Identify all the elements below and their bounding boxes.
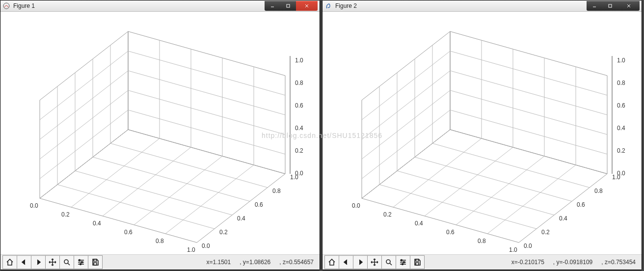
z-tick: 0.4 bbox=[617, 125, 625, 132]
x-tick: 0.0 bbox=[352, 202, 360, 209]
configure-button[interactable] bbox=[74, 255, 88, 269]
status-x: x=1.1501 bbox=[206, 259, 231, 266]
z-tick: 0.0 bbox=[617, 170, 625, 177]
svg-point-39 bbox=[81, 262, 83, 263]
svg-line-18 bbox=[40, 90, 128, 159]
z-tick: 0.2 bbox=[295, 147, 303, 154]
z-tick: 0.8 bbox=[617, 80, 625, 86]
configure-button[interactable] bbox=[396, 255, 410, 269]
svg-line-34 bbox=[68, 263, 70, 265]
forward-button[interactable] bbox=[31, 255, 46, 269]
svg-marker-49 bbox=[450, 31, 607, 174]
x-tick: 0.4 bbox=[415, 220, 423, 227]
zoom-button[interactable] bbox=[59, 255, 74, 269]
toolbar-2: x=-0.210175 , y=-0.0918109 , z=0.753454 bbox=[322, 254, 642, 270]
z-tick: 1.0 bbox=[617, 57, 625, 64]
svg-line-15 bbox=[93, 157, 250, 201]
y-tick: 0.8 bbox=[594, 188, 603, 194]
app-icon bbox=[2, 2, 10, 10]
plot-canvas-1[interactable]: 0.0 0.2 0.4 0.6 0.8 1.0 0.0 0.2 0.4 0.6 … bbox=[0, 12, 320, 254]
minimize-button[interactable] bbox=[265, 1, 280, 11]
titlebar-2[interactable]: Figure 2 bbox=[322, 0, 642, 12]
z-tick: 0.2 bbox=[617, 147, 625, 154]
svg-line-56 bbox=[397, 171, 554, 215]
plot-canvas-2[interactable]: 0.0 0.2 0.4 0.6 0.8 1.0 0.0 0.2 0.4 0.6 … bbox=[322, 12, 642, 254]
svg-point-82 bbox=[402, 264, 403, 265]
svg-line-55 bbox=[379, 185, 537, 229]
svg-line-62 bbox=[362, 51, 450, 120]
svg-line-69 bbox=[450, 71, 607, 115]
z-tick: 0.4 bbox=[295, 125, 303, 132]
maximize-button[interactable] bbox=[280, 1, 296, 11]
svg-line-53 bbox=[456, 156, 544, 225]
toolbar-1: x=1.1501 , y=1.08626 , z=0.554657 bbox=[0, 254, 320, 270]
status-z: , z=0.753454 bbox=[601, 259, 636, 266]
svg-rect-84 bbox=[416, 263, 419, 265]
x-tick: 0.8 bbox=[478, 238, 486, 244]
axes3d-svg bbox=[0, 12, 320, 254]
save-button[interactable] bbox=[88, 255, 103, 269]
status-readout: x=-0.210175 , y=-0.0918109 , z=0.753454 bbox=[511, 259, 640, 266]
window-title: Figure 2 bbox=[335, 2, 587, 9]
save-button[interactable] bbox=[410, 255, 425, 269]
z-tick: 0.6 bbox=[295, 102, 303, 109]
figure-window-1: Figure 1 bbox=[0, 0, 320, 270]
svg-marker-5 bbox=[40, 130, 285, 243]
svg-point-75 bbox=[386, 260, 390, 264]
svg-line-70 bbox=[450, 51, 607, 95]
titlebar-1[interactable]: Figure 1 bbox=[0, 0, 320, 12]
y-tick: 0.2 bbox=[219, 229, 228, 236]
svg-line-51 bbox=[393, 138, 482, 207]
svg-line-14 bbox=[75, 171, 232, 215]
svg-point-81 bbox=[403, 262, 405, 263]
pan-button[interactable] bbox=[45, 255, 60, 269]
y-tick: 0.0 bbox=[524, 243, 532, 249]
status-y: , y=-0.0918109 bbox=[553, 259, 592, 266]
zoom-button[interactable] bbox=[381, 255, 396, 269]
svg-point-40 bbox=[80, 264, 81, 265]
svg-line-59 bbox=[362, 110, 450, 179]
svg-line-9 bbox=[71, 138, 160, 207]
x-tick: 1.0 bbox=[187, 246, 195, 253]
back-button[interactable] bbox=[17, 255, 31, 269]
svg-line-13 bbox=[57, 185, 215, 229]
svg-line-54 bbox=[487, 165, 576, 234]
z-tick: 0.8 bbox=[295, 80, 303, 86]
pan-button[interactable] bbox=[367, 255, 382, 269]
close-button[interactable] bbox=[296, 1, 318, 11]
svg-point-80 bbox=[401, 260, 402, 261]
forward-button[interactable] bbox=[353, 255, 368, 269]
y-tick: 0.8 bbox=[272, 188, 281, 194]
svg-line-52 bbox=[425, 147, 513, 216]
svg-line-26 bbox=[128, 90, 285, 135]
svg-rect-44 bbox=[609, 4, 612, 7]
svg-line-58 bbox=[432, 143, 590, 188]
close-button[interactable] bbox=[618, 1, 640, 11]
x-tick: 0.2 bbox=[61, 211, 70, 218]
z-tick: 0.6 bbox=[617, 102, 625, 109]
x-tick: 0.8 bbox=[156, 238, 164, 244]
svg-point-33 bbox=[64, 260, 68, 264]
svg-point-0 bbox=[3, 3, 9, 9]
z-tick: 0.0 bbox=[295, 170, 303, 177]
maximize-button[interactable] bbox=[602, 1, 618, 11]
z-tick: 1.0 bbox=[295, 57, 303, 64]
figure-window-2: Figure 2 bbox=[322, 0, 642, 270]
svg-line-25 bbox=[128, 110, 285, 154]
status-z: , z=0.554657 bbox=[279, 259, 314, 266]
minimize-button[interactable] bbox=[587, 1, 602, 11]
svg-line-76 bbox=[390, 263, 392, 265]
svg-line-12 bbox=[165, 165, 254, 234]
window-title: Figure 1 bbox=[13, 2, 265, 9]
x-tick: 1.0 bbox=[509, 246, 517, 253]
svg-marker-7 bbox=[128, 31, 285, 174]
y-tick: 0.6 bbox=[255, 201, 263, 208]
svg-line-16 bbox=[110, 143, 268, 188]
status-readout: x=1.1501 , y=1.08626 , z=0.554657 bbox=[206, 259, 318, 266]
app-icon bbox=[324, 2, 332, 10]
home-button[interactable] bbox=[324, 255, 339, 269]
svg-line-27 bbox=[128, 71, 285, 115]
svg-line-68 bbox=[450, 90, 607, 135]
home-button[interactable] bbox=[2, 255, 17, 269]
back-button[interactable] bbox=[339, 255, 353, 269]
